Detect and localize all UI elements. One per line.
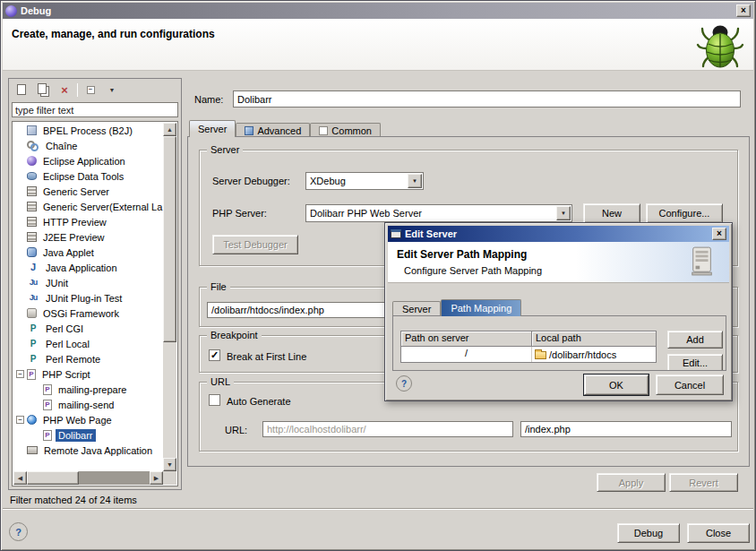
tab-server[interactable]: Server: [189, 120, 236, 137]
title-bar[interactable]: Debug ×: [3, 3, 753, 19]
scroll-right-icon[interactable]: ▶: [150, 471, 163, 485]
configurations-tree: BPEL Process (B2J) Chaîne Eclipse Applic…: [12, 121, 178, 486]
tree-item-mailing-send[interactable]: Pmailing-send: [13, 397, 163, 412]
tree-item-dolibarr[interactable]: PDolibarr: [13, 427, 163, 443]
tab-path-mapping[interactable]: Path Mapping: [441, 299, 521, 316]
tree-item-java-application[interactable]: JJava Application: [13, 260, 163, 275]
tree-item-mailing-prepare[interactable]: Pmailing-prepare: [13, 382, 163, 397]
debug-button[interactable]: Debug: [617, 523, 680, 543]
column-header-path-on-server[interactable]: Path on server: [401, 331, 532, 347]
collapse-toggle-icon[interactable]: −: [16, 370, 24, 378]
tree-item-http-preview[interactable]: HTTP Preview: [13, 214, 163, 229]
collapse-all-icon[interactable]: −: [82, 82, 99, 99]
tab-advanced[interactable]: Advanced: [236, 123, 310, 137]
url-label: URL:: [225, 425, 247, 435]
chain-icon: [27, 140, 39, 151]
tree-item-perl-remote[interactable]: PPerl Remote: [13, 351, 163, 366]
edit-mapping-button[interactable]: Edit...: [667, 354, 723, 371]
banner-title: Create, manage, and run configurations: [12, 28, 215, 40]
generic-server-external-icon: [27, 202, 37, 211]
edit-server-title-bar[interactable]: Edit Server ×: [388, 226, 729, 242]
configure-server-button[interactable]: Configure...: [646, 203, 723, 223]
tree-item-j2ee-preview[interactable]: J2EE Preview: [13, 229, 163, 245]
revert-button[interactable]: Revert: [669, 473, 738, 492]
scrollbar-corner: [163, 471, 176, 485]
php-file-icon: P: [43, 430, 52, 441]
tree-vertical-scrollbar[interactable]: ▲ ▼: [163, 123, 176, 471]
tree-item-junit-plugin-test[interactable]: JuJUnit Plug-in Test: [13, 290, 163, 306]
auto-generate-label: Auto Generate: [227, 396, 291, 407]
tree-item-osgi-framework[interactable]: OSGi Framework: [13, 306, 163, 321]
close-button[interactable]: Close: [687, 523, 750, 543]
tree-item-perl-local[interactable]: PPerl Local: [13, 336, 163, 351]
apply-button[interactable]: Apply: [597, 473, 666, 492]
tab-common[interactable]: Common: [310, 123, 381, 137]
help-button[interactable]: ?: [9, 522, 28, 541]
vertical-scrollbar-thumb[interactable]: [163, 136, 176, 342]
delete-configuration-icon[interactable]: ×: [56, 82, 73, 99]
folder-icon: [535, 351, 546, 359]
scroll-left-icon[interactable]: ◀: [13, 471, 27, 485]
selected-tree-item-label: Dolibarr: [56, 429, 96, 442]
edit-server-tabbar: Server Path Mapping: [392, 299, 521, 316]
scroll-up-icon[interactable]: ▲: [163, 123, 176, 136]
configurations-toolbar: × − ▼: [9, 79, 181, 100]
eclipse-app-icon: [5, 5, 17, 17]
java-application-icon: J: [27, 262, 39, 273]
filter-menu-icon[interactable]: ▼: [103, 82, 121, 99]
perl-local-icon: P: [27, 338, 39, 349]
scroll-down-icon[interactable]: ▼: [163, 458, 176, 471]
php-script-icon: P: [27, 369, 36, 380]
php-file-icon: P: [43, 384, 52, 395]
tree-item-php-web-page[interactable]: −PHP Web Page: [13, 412, 163, 427]
close-icon[interactable]: ×: [736, 4, 751, 17]
tree-item-junit[interactable]: JuJUnit: [13, 275, 163, 290]
tree-item-php-script[interactable]: −PPHP Script: [13, 366, 163, 382]
php-web-page-icon: [27, 415, 37, 425]
server-debugger-combo[interactable]: XDebug ▼: [305, 172, 424, 190]
server-debugger-label: Server Debugger:: [212, 176, 290, 186]
new-server-button[interactable]: New: [583, 203, 640, 223]
j2ee-preview-icon: [27, 232, 37, 242]
php-server-combo[interactable]: Dolibarr PHP Web Server ▼: [305, 204, 572, 222]
tree-item-chaine[interactable]: Chaîne: [13, 138, 163, 153]
tree-horizontal-scrollbar[interactable]: ◀ ▶: [13, 471, 163, 485]
eclipse-application-icon: [27, 156, 37, 166]
new-configuration-icon[interactable]: [13, 82, 30, 99]
chevron-down-icon[interactable]: ▼: [556, 206, 571, 220]
auto-generate-checkbox[interactable]: [209, 394, 220, 406]
tree-item-perl-cgi[interactable]: PPerl CGI: [13, 321, 163, 336]
close-icon[interactable]: ×: [712, 228, 726, 240]
path-mapping-table: Path on server Local path / /dolibarr/ht…: [400, 331, 657, 363]
column-header-local-path[interactable]: Local path: [532, 331, 656, 347]
ok-button[interactable]: OK: [584, 375, 649, 395]
filter-input[interactable]: [12, 102, 178, 117]
collapse-toggle-icon[interactable]: −: [16, 416, 24, 424]
break-at-first-line-checkbox[interactable]: ✓: [209, 349, 220, 361]
toolbar-separator: [77, 83, 78, 97]
path-mapping-content: Path on server Local path / /dolibarr/ht…: [392, 315, 726, 371]
edit-server-title: Edit Server: [405, 228, 712, 239]
horizontal-scrollbar-thumb[interactable]: [27, 471, 79, 485]
tab-server-settings[interactable]: Server: [392, 301, 441, 316]
duplicate-configuration-icon[interactable]: [34, 82, 52, 99]
tree-item-eclipse-application[interactable]: Eclipse Application: [13, 153, 163, 168]
name-input[interactable]: [233, 90, 741, 108]
chevron-down-icon[interactable]: ▼: [408, 174, 422, 188]
tree-item-generic-server[interactable]: Generic Server: [13, 184, 163, 199]
help-button[interactable]: ?: [396, 375, 412, 392]
filter-status-text: Filter matched 24 of 24 items: [10, 495, 137, 505]
tree-item-generic-server-external[interactable]: Generic Server(External La: [13, 199, 163, 214]
tree-item-bpel-process[interactable]: BPEL Process (B2J): [13, 123, 163, 138]
url-path-input[interactable]: [520, 421, 732, 437]
tree-item-remote-java-application[interactable]: Remote Java Application: [13, 443, 163, 458]
cancel-button[interactable]: Cancel: [656, 375, 724, 395]
url-base-input[interactable]: [262, 421, 513, 437]
java-applet-icon: [27, 247, 37, 257]
test-debugger-button[interactable]: Test Debugger: [212, 235, 298, 254]
tree-item-eclipse-data-tools[interactable]: Eclipse Data Tools: [13, 168, 163, 184]
tree-item-java-applet[interactable]: Java Applet: [13, 245, 163, 260]
add-mapping-button[interactable]: Add: [667, 331, 723, 349]
edit-server-dialog: Edit Server × Edit Server Path Mapping C…: [384, 222, 733, 401]
path-mapping-row[interactable]: / /dolibarr/htdocs: [401, 347, 656, 362]
